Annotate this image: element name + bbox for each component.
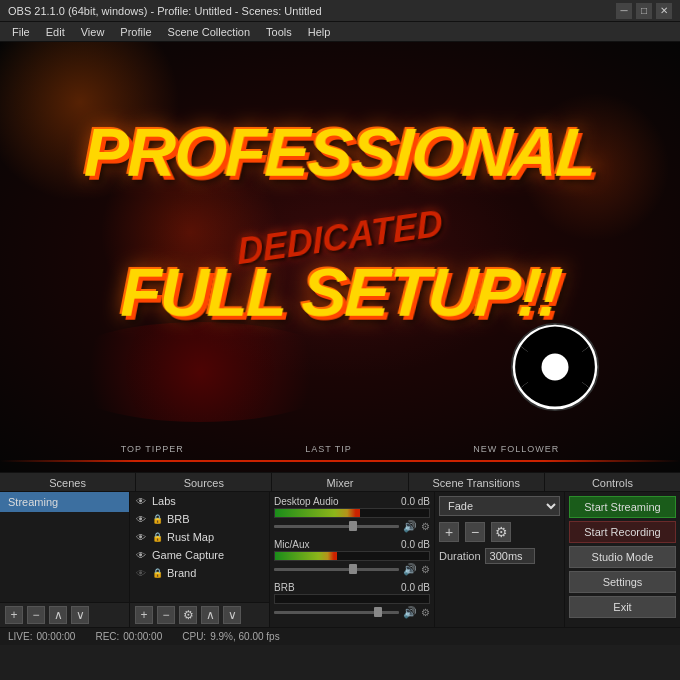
live-time: 00:00:00 [36,631,75,642]
controls-header: Controls [545,473,680,491]
mixer-brb-fader[interactable] [274,611,399,614]
menu-item-edit[interactable]: Edit [38,24,73,40]
mixer-brb-name: BRB [274,582,295,593]
titlebar-title: OBS 21.1.0 (64bit, windows) - Profile: U… [8,5,322,17]
eye-icon-brb: 👁 [136,514,148,525]
menubar: FileEditViewProfileScene CollectionTools… [0,22,680,42]
source-item-gamecapture[interactable]: 👁 Game Capture [130,546,269,564]
preview-area: PROFESSIONAL DEDICATED FULL SETUP!! TOP … [0,42,680,472]
menu-item-view[interactable]: View [73,24,113,40]
duration-label: Duration [439,550,481,562]
scene-item-streaming[interactable]: Streaming [0,492,129,512]
mixer-mic-thumb[interactable] [349,564,357,574]
minimize-button[interactable]: ─ [616,3,632,19]
scenes-header: Scenes [0,473,136,491]
maximize-button[interactable]: □ [636,3,652,19]
mixer-channel-desktop: Desktop Audio 0.0 dB 🔊 ⚙ [274,496,430,533]
menu-item-file[interactable]: File [4,24,38,40]
eye-icon-labs: 👁 [136,496,148,507]
mixer-desktop-db: 0.0 dB [401,496,430,507]
source-item-brb[interactable]: 👁 🔒 BRB [130,510,269,528]
mixer-mic-name: Mic/Aux [274,539,310,550]
lock-icon-brb: 🔒 [152,514,163,524]
studio-mode-button[interactable]: Studio Mode [569,546,676,568]
mixer-desktop-name: Desktop Audio [274,496,339,507]
source-label-brand: Brand [167,567,196,579]
obs-logo [510,322,600,412]
mixer-desktop-meter [274,508,430,518]
cpu-status: CPU: 9.9%, 60.00 fps [182,631,279,642]
preview-bottom-labels: TOP TIPPERLAST TIPNEW FOLLOWER [0,444,680,454]
transition-add-button[interactable]: + [439,522,459,542]
source-item-brand[interactable]: 👁 🔒 Brand [130,564,269,582]
titlebar: OBS 21.1.0 (64bit, windows) - Profile: U… [0,0,680,22]
scene-item-label: Streaming [8,496,58,508]
start-streaming-button[interactable]: Start Streaming [569,496,676,518]
eye-icon-rustmap: 👁 [136,532,148,543]
scenes-panel: Streaming + − ∧ ∨ [0,492,130,627]
lock-icon-brand: 🔒 [152,568,163,578]
transition-remove-button[interactable]: − [465,522,485,542]
scene-down-button[interactable]: ∨ [71,606,89,624]
mixer-channel-mic: Mic/Aux 0.0 dB 🔊 ⚙ [274,539,430,576]
source-item-labs[interactable]: 👁 Labs [130,492,269,510]
transitions-panel: Fade + − ⚙ Duration [435,492,565,627]
mixer-brb-controls: 🔊 ⚙ [274,606,430,619]
mixer-header: Mixer [272,473,408,491]
live-status: LIVE: 00:00:00 [8,631,75,642]
mixer-desktop-thumb[interactable] [349,521,357,531]
mixer-brb-db: 0.0 dB [401,582,430,593]
settings-button[interactable]: Settings [569,571,676,593]
titlebar-controls: ─ □ ✕ [616,3,672,19]
source-item-rustmap[interactable]: 👁 🔒 Rust Map [130,528,269,546]
mixer-desktop-controls: 🔊 ⚙ [274,520,430,533]
sources-toolbar: + − ⚙ ∧ ∨ [130,602,269,627]
mixer-mic-db: 0.0 dB [401,539,430,550]
transition-type-select[interactable]: Fade [439,496,560,516]
source-label-brb: BRB [167,513,190,525]
source-remove-button[interactable]: − [157,606,175,624]
menu-item-tools[interactable]: Tools [258,24,300,40]
scenes-list: Streaming [0,492,129,602]
source-up-button[interactable]: ∧ [201,606,219,624]
speaker-icon-mic[interactable]: 🔊 [403,563,417,576]
speaker-icon-brb[interactable]: 🔊 [403,606,417,619]
eye-icon-brand: 👁 [136,568,148,579]
lock-icon-rustmap: 🔒 [152,532,163,542]
scene-remove-button[interactable]: − [27,606,45,624]
transition-settings-button[interactable]: ⚙ [491,522,511,542]
mixer-desktop-fader[interactable] [274,525,399,528]
scene-up-button[interactable]: ∧ [49,606,67,624]
start-recording-button[interactable]: Start Recording [569,521,676,543]
close-button[interactable]: ✕ [656,3,672,19]
source-settings-button[interactable]: ⚙ [179,606,197,624]
preview-text-professional: PROFESSIONAL [30,122,654,183]
preview-bottom-line [0,460,680,462]
gear-icon-brb[interactable]: ⚙ [421,607,430,618]
menu-item-scene-collection[interactable]: Scene Collection [160,24,259,40]
cpu-value: 9.9%, 60.00 fps [210,631,280,642]
mixer-channel-brb: BRB 0.0 dB 🔊 ⚙ [274,582,430,619]
mixer-mic-meter [274,551,430,561]
menu-item-help[interactable]: Help [300,24,339,40]
speaker-icon-desktop[interactable]: 🔊 [403,520,417,533]
mixer-mic-fader[interactable] [274,568,399,571]
mixer-brb-thumb[interactable] [374,607,382,617]
source-down-button[interactable]: ∨ [223,606,241,624]
exit-button[interactable]: Exit [569,596,676,618]
mixer-panel: Desktop Audio 0.0 dB 🔊 ⚙ Mic/Aux 0.0 dB [270,492,435,627]
gear-icon-mic[interactable]: ⚙ [421,564,430,575]
mixer-brb-meter [274,594,430,604]
mixer-desktop-label-row: Desktop Audio 0.0 dB [274,496,430,507]
source-label-rustmap: Rust Map [167,531,214,543]
menu-item-profile[interactable]: Profile [112,24,159,40]
sources-panel: 👁 Labs 👁 🔒 BRB 👁 🔒 Rust Map 👁 Game Captu… [130,492,270,627]
statusbar: LIVE: 00:00:00 REC: 00:00:00 CPU: 9.9%, … [0,627,680,645]
eye-icon-gamecapture: 👁 [136,550,148,561]
gear-icon-desktop[interactable]: ⚙ [421,521,430,532]
source-add-button[interactable]: + [135,606,153,624]
scene-add-button[interactable]: + [5,606,23,624]
preview-text-setup: FULL SETUP!! [30,262,654,323]
duration-input[interactable] [485,548,535,564]
mixer-mic-fill [275,552,337,560]
